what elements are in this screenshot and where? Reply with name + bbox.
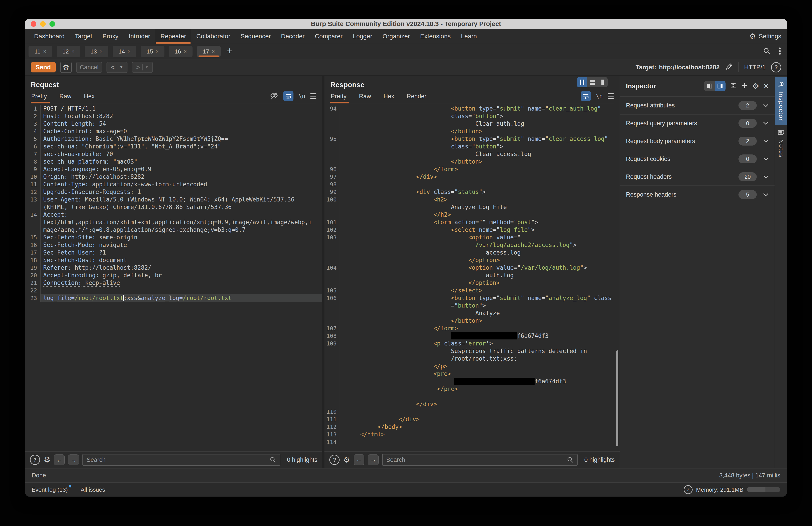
chevron-down-icon[interactable] (763, 193, 769, 196)
expand-all-icon[interactable] (730, 82, 737, 90)
repeater-tab-13[interactable]: 13× (85, 46, 108, 57)
chevron-down-icon[interactable] (763, 157, 769, 161)
menu-item-repeater[interactable]: Repeater (155, 29, 191, 44)
help-icon[interactable]: ? (329, 455, 339, 465)
close-tab-icon[interactable]: × (72, 48, 74, 55)
collapse-all-icon[interactable] (741, 82, 748, 90)
search-settings-icon[interactable]: ⚙ (343, 456, 350, 464)
menu-item-extensions[interactable]: Extensions (415, 29, 456, 44)
menu-item-decoder[interactable]: Decoder (276, 29, 310, 44)
next-request-button[interactable]: > ▼ (132, 62, 153, 73)
menu-item-dashboard[interactable]: Dashboard (29, 29, 70, 44)
repeater-tab-16[interactable]: 16× (169, 46, 192, 57)
close-window-button[interactable] (31, 21, 36, 27)
chevron-down-icon[interactable] (763, 104, 769, 107)
repeater-tab-11[interactable]: 11× (29, 46, 52, 57)
show-newlines-toggle[interactable]: \n (596, 93, 603, 99)
search-icon[interactable] (763, 47, 771, 56)
editor-menu-icon[interactable] (310, 94, 316, 99)
inspector-section-request-cookies[interactable]: Request cookies0 (620, 150, 774, 168)
settings-button[interactable]: ⚙ Settings (749, 29, 781, 44)
vertical-split-button[interactable] (597, 77, 608, 87)
inspector-section-request-query-parameters[interactable]: Request query parameters0 (620, 114, 774, 132)
inspector-section-request-headers[interactable]: Request headers20 (620, 168, 774, 185)
response-scrollbar[interactable] (616, 350, 618, 446)
repeater-tab-14[interactable]: 14× (113, 46, 136, 57)
event-log-button[interactable]: Event log (13) (32, 486, 68, 493)
pause-layout-button[interactable] (577, 77, 587, 87)
maximize-window-button[interactable] (49, 21, 55, 27)
horizontal-split-button[interactable] (587, 77, 597, 87)
close-tab-icon[interactable]: × (156, 48, 159, 55)
menu-item-comparer[interactable]: Comparer (310, 29, 348, 44)
menu-item-collaborator[interactable]: Collaborator (191, 29, 235, 44)
view-tab-hex[interactable]: Hex (383, 91, 400, 103)
menu-item-sequencer[interactable]: Sequencer (235, 29, 276, 44)
chevron-down-icon[interactable] (763, 175, 769, 179)
menu-item-learn[interactable]: Learn (456, 29, 482, 44)
repeater-tab-15[interactable]: 15× (141, 46, 164, 57)
code-line-content: Host: localhost:8282 (41, 112, 322, 120)
editor-menu-icon[interactable] (608, 94, 614, 99)
minimize-window-button[interactable] (40, 21, 46, 27)
line-number (324, 112, 340, 120)
info-icon[interactable]: i (684, 485, 693, 494)
show-newlines-toggle[interactable]: \n (299, 93, 305, 99)
previous-match-button[interactable]: ← (354, 454, 364, 465)
view-tab-raw[interactable]: Raw (359, 91, 377, 103)
menu-item-intruder[interactable]: Intruder (124, 29, 155, 44)
close-tab-icon[interactable]: × (43, 48, 46, 55)
previous-request-button[interactable]: < ▼ (106, 62, 128, 73)
add-tab-button[interactable]: + (227, 45, 233, 56)
view-tab-pretty[interactable]: Pretty (31, 91, 53, 103)
panel-divider[interactable] (322, 76, 324, 468)
repeater-tab-12[interactable]: 12× (57, 46, 80, 57)
menu-item-logger[interactable]: Logger (348, 29, 377, 44)
menu-item-proxy[interactable]: Proxy (97, 29, 124, 44)
help-icon[interactable]: ? (30, 455, 40, 465)
search-input[interactable]: Search (83, 454, 280, 466)
menu-item-target[interactable]: Target (70, 29, 97, 44)
close-tab-icon[interactable]: × (128, 48, 131, 55)
previous-match-button[interactable]: ← (54, 454, 64, 465)
dock-right-button[interactable] (715, 81, 726, 91)
edit-target-icon[interactable] (725, 62, 733, 72)
line-number: 111 (324, 415, 340, 423)
close-tab-icon[interactable]: × (184, 48, 187, 55)
inspector-section-request-attributes[interactable]: Request attributes2 (620, 96, 774, 114)
repeater-tab-17[interactable]: 17× (197, 46, 221, 57)
inspector-section-response-headers[interactable]: Response headers5 (620, 185, 774, 203)
all-issues-button[interactable]: All issues (81, 486, 105, 493)
code-line-content: </html> (340, 431, 620, 438)
inspector-section-request-body-parameters[interactable]: Request body parameters2 (620, 132, 774, 150)
next-match-button[interactable]: → (68, 454, 79, 465)
more-options-icon[interactable] (779, 47, 781, 56)
send-settings-button[interactable]: ⚙ (60, 62, 72, 73)
view-tab-raw[interactable]: Raw (59, 91, 77, 103)
search-input[interactable]: Search (382, 454, 578, 466)
help-icon[interactable]: ? (771, 62, 781, 72)
menu-item-organizer[interactable]: Organizer (377, 29, 415, 44)
view-tab-pretty[interactable]: Pretty (330, 91, 352, 103)
close-tab-icon[interactable]: × (212, 48, 215, 55)
send-button[interactable]: Send (31, 62, 56, 72)
dock-left-button[interactable] (704, 81, 715, 91)
close-inspector-icon[interactable]: × (764, 82, 769, 90)
view-tab-hex[interactable]: Hex (84, 91, 101, 103)
inspector-settings-icon[interactable]: ⚙ (752, 82, 759, 90)
code-token: </form> (433, 166, 458, 172)
sidebar-tab-notes[interactable]: Notes (775, 125, 787, 162)
sidebar-tab-inspector[interactable]: Inspector (775, 77, 787, 125)
cancel-button[interactable]: Cancel (76, 62, 102, 73)
next-match-button[interactable]: → (368, 454, 379, 465)
hide-content-icon[interactable] (270, 91, 278, 101)
chevron-down-icon[interactable] (763, 122, 769, 125)
request-editor[interactable]: 1POST / HTTP/1.12Host: localhost:82823Co… (25, 103, 322, 451)
search-settings-icon[interactable]: ⚙ (44, 456, 50, 464)
word-wrap-toggle[interactable] (581, 91, 591, 101)
close-tab-icon[interactable]: × (100, 48, 102, 55)
chevron-down-icon[interactable] (763, 139, 769, 143)
word-wrap-toggle[interactable] (283, 91, 293, 101)
view-tab-render[interactable]: Render (406, 91, 432, 103)
response-editor[interactable]: 94<button type="submit" name="clear_auth… (324, 103, 620, 451)
